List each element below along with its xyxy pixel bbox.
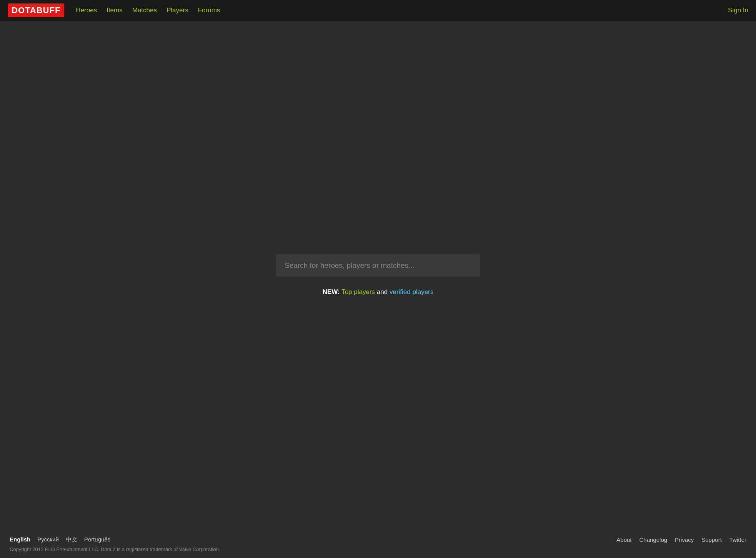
logo[interactable]: DOTABUFF: [8, 3, 64, 17]
nav-item-items[interactable]: Items: [107, 7, 123, 14]
new-label: NEW:: [323, 288, 340, 296]
language-link-中文[interactable]: 中文: [66, 536, 77, 543]
new-features-text: NEW: Top players and verified players: [323, 288, 434, 296]
footer-top: EnglishРусский中文Português AboutChangelog…: [10, 536, 746, 543]
top-players-link[interactable]: Top players: [341, 288, 375, 296]
footer-link-twitter[interactable]: Twitter: [729, 536, 746, 543]
main-content: NEW: Top players and verified players: [0, 21, 756, 529]
footer-link-changelog[interactable]: Changelog: [639, 536, 668, 543]
signin-button[interactable]: Sign In: [728, 7, 748, 14]
and-word: and: [377, 288, 388, 296]
language-link-português[interactable]: Português: [84, 536, 110, 543]
language-link-english[interactable]: English: [10, 536, 30, 543]
copyright-text: Copyright 2012 ELO Entertainment LLC. Do…: [10, 546, 746, 552]
search-wrapper: [276, 254, 480, 277]
nav-item-forums[interactable]: Forums: [198, 7, 220, 14]
nav-item-heroes[interactable]: Heroes: [76, 7, 97, 14]
nav-item-players[interactable]: Players: [167, 7, 188, 14]
language-link-русский[interactable]: Русский: [37, 536, 59, 543]
search-input[interactable]: [276, 254, 480, 277]
footer: EnglishРусский中文Português AboutChangelog…: [0, 529, 756, 558]
verified-players-link[interactable]: verified players: [390, 288, 433, 296]
nav-item-matches[interactable]: Matches: [132, 7, 157, 14]
main-nav: Heroes Items Matches Players Forums: [76, 7, 728, 14]
footer-link-about[interactable]: About: [616, 536, 631, 543]
language-links: EnglishРусский中文Português: [10, 536, 110, 543]
footer-link-privacy[interactable]: Privacy: [675, 536, 694, 543]
header: DOTABUFF Heroes Items Matches Players Fo…: [0, 0, 756, 21]
footer-links: AboutChangelogPrivacySupportTwitter: [616, 536, 746, 543]
footer-link-support[interactable]: Support: [701, 536, 722, 543]
